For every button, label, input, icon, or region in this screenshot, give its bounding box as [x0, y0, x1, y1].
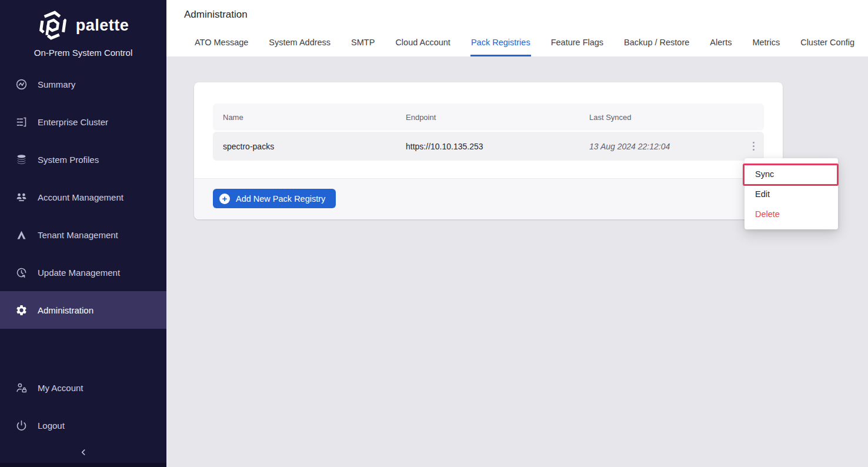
logo-area: palette On-Prem System Control	[0, 0, 166, 65]
update-management-icon	[15, 266, 28, 279]
tab-pack-registries[interactable]: Pack Registries	[470, 33, 531, 56]
sidebar-item-label: My Account	[38, 383, 84, 393]
palette-logo-icon	[38, 10, 68, 41]
tab-smtp[interactable]: SMTP	[350, 33, 375, 56]
sidebar-item-administration[interactable]: Administration	[0, 291, 166, 329]
card-footer: + Add New Pack Registry	[194, 178, 783, 219]
sidebar-collapse-button[interactable]	[0, 444, 166, 463]
system-profiles-icon	[15, 153, 28, 166]
column-header-endpoint: Endpoint	[406, 113, 589, 122]
add-new-pack-registry-button[interactable]: + Add New Pack Registry	[213, 189, 336, 208]
topbar: Administration ATO Message System Addres…	[166, 0, 868, 56]
sidebar: palette On-Prem System Control Summary E…	[0, 0, 166, 467]
sidebar-item-label: Tenant Management	[38, 230, 118, 240]
sidebar-item-enterprise-cluster[interactable]: Enterprise Cluster	[0, 103, 166, 141]
add-button-label: Add New Pack Registry	[236, 194, 325, 204]
sidebar-item-label: Administration	[38, 305, 94, 315]
administration-icon	[15, 303, 28, 316]
sidebar-bottom-strip	[0, 463, 166, 467]
sidebar-item-logout[interactable]: Logout	[0, 406, 166, 444]
app-root: palette On-Prem System Control Summary E…	[0, 0, 868, 467]
menu-item-edit[interactable]: Edit	[745, 184, 838, 204]
sidebar-spacer	[0, 329, 166, 369]
chevron-left-icon	[79, 448, 88, 459]
column-header-last-synced: Last Synced	[589, 113, 743, 122]
sidebar-item-tenant-management[interactable]: Tenant Management	[0, 216, 166, 253]
sidebar-item-label: Account Management	[38, 192, 123, 202]
enterprise-cluster-icon	[15, 115, 28, 128]
table-row[interactable]: spectro-packs https://10.10.135.253 13 A…	[213, 132, 764, 161]
summary-icon	[15, 78, 28, 91]
sidebar-item-my-account[interactable]: My Account	[0, 369, 166, 406]
tab-metrics[interactable]: Metrics	[752, 33, 780, 56]
tab-system-address[interactable]: System Address	[268, 33, 331, 56]
table-header-row: Name Endpoint Last Synced	[213, 104, 764, 131]
logout-icon	[15, 419, 28, 432]
registry-endpoint: https://10.10.135.253	[406, 142, 589, 151]
my-account-icon	[15, 381, 28, 394]
tab-ato-message[interactable]: ATO Message	[194, 33, 249, 56]
app-subtitle: On-Prem System Control	[34, 48, 133, 58]
sidebar-footer-nav: My Account Logout	[0, 369, 166, 444]
page-title: Administration	[166, 0, 868, 21]
tab-backup-restore[interactable]: Backup / Restore	[623, 33, 690, 56]
sidebar-item-account-management[interactable]: Account Management	[0, 178, 166, 216]
tab-feature-flags[interactable]: Feature Flags	[550, 33, 604, 56]
tab-cluster-config[interactable]: Cluster Config	[800, 33, 855, 56]
menu-item-sync[interactable]: Sync	[745, 164, 838, 184]
sidebar-item-label: Summary	[38, 79, 75, 89]
pack-registries-card: Name Endpoint Last Synced spectro-packs …	[194, 82, 783, 219]
row-context-menu: Sync Edit Delete	[745, 158, 838, 229]
sidebar-nav: Summary Enterprise Cluster System Profil…	[0, 65, 166, 329]
sidebar-item-update-management[interactable]: Update Management	[0, 253, 166, 291]
sidebar-item-label: Logout	[38, 421, 65, 431]
sidebar-item-label: Update Management	[38, 268, 120, 278]
registry-last-synced: 13 Aug 2024 22:12:04	[589, 142, 743, 151]
registry-name: spectro-packs	[213, 142, 406, 151]
tenant-management-icon	[15, 228, 28, 241]
tab-bar: ATO Message System Address SMTP Cloud Ac…	[166, 33, 868, 56]
row-actions-kebab-icon[interactable]	[743, 138, 764, 154]
sidebar-item-label: System Profiles	[38, 155, 99, 165]
sidebar-item-system-profiles[interactable]: System Profiles	[0, 141, 166, 178]
logo-wordmark: palette	[76, 16, 129, 35]
sidebar-item-label: Enterprise Cluster	[38, 117, 108, 127]
content-area: Name Endpoint Last Synced spectro-packs …	[166, 56, 868, 467]
sidebar-item-summary[interactable]: Summary	[0, 65, 166, 103]
plus-circle-icon: +	[219, 194, 230, 204]
column-header-name: Name	[213, 113, 406, 122]
account-management-icon	[15, 191, 28, 204]
registries-table: Name Endpoint Last Synced spectro-packs …	[194, 82, 783, 178]
menu-item-delete[interactable]: Delete	[745, 204, 838, 224]
tab-alerts[interactable]: Alerts	[709, 33, 732, 56]
tab-cloud-account[interactable]: Cloud Account	[395, 33, 451, 56]
main-area: Administration ATO Message System Addres…	[166, 0, 868, 467]
